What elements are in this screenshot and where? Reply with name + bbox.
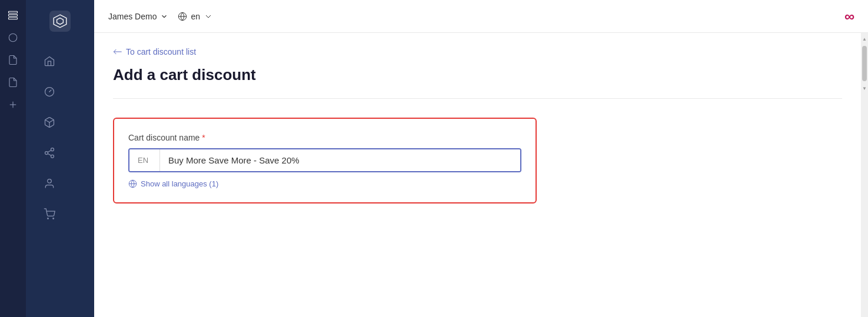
svg-point-8 — [49, 91, 50, 92]
scrollbar-track: ▲ ▼ — [861, 33, 868, 317]
sidebar-logo — [47, 8, 73, 34]
page-title: Add a cart discount — [113, 66, 842, 84]
store-selector[interactable]: James Demo — [108, 12, 168, 21]
svg-line-21 — [114, 52, 116, 54]
show-languages-link[interactable]: Show all languages (1) — [128, 179, 521, 188]
svg-point-17 — [53, 218, 54, 219]
scrollbar-thumb[interactable] — [862, 46, 867, 81]
form-card: Cart discount name * EN Show all languag… — [113, 118, 537, 203]
svg-point-3 — [9, 34, 17, 42]
breadcrumb-text: To cart discount list — [126, 47, 196, 56]
input-row: EN — [128, 148, 521, 172]
sidebar-item-cart[interactable] — [26, 200, 73, 228]
sidebar-item-workflow[interactable] — [26, 139, 73, 167]
strip-layers[interactable] — [4, 6, 22, 25]
strip-item-4[interactable] — [4, 73, 22, 92]
strip-item-2[interactable] — [4, 28, 22, 47]
sidebar-nav — [26, 42, 94, 233]
svg-rect-0 — [9, 11, 18, 13]
language-selector[interactable]: en — [178, 12, 213, 21]
sidebar — [26, 0, 94, 317]
content-scroll[interactable]: To cart discount list Add a cart discoun… — [94, 33, 861, 317]
sidebar-item-home[interactable] — [26, 47, 73, 75]
svg-rect-6 — [49, 11, 71, 32]
svg-line-14 — [48, 150, 51, 152]
required-marker: * — [202, 133, 205, 142]
scrollbar-down[interactable]: ▼ — [861, 84, 868, 93]
svg-point-16 — [48, 218, 49, 219]
svg-point-10 — [51, 148, 54, 151]
sidebar-item-products[interactable] — [26, 108, 73, 136]
language-label: en — [191, 12, 200, 21]
svg-point-15 — [48, 179, 52, 183]
lang-badge: EN — [129, 149, 160, 171]
sidebar-item-gauge[interactable] — [26, 78, 73, 106]
header-logo: ∞ — [844, 8, 854, 25]
field-label: Cart discount name * — [128, 133, 521, 142]
scrollbar-up[interactable]: ▲ — [861, 34, 868, 44]
svg-line-13 — [48, 154, 51, 155]
svg-point-11 — [45, 152, 48, 155]
svg-rect-1 — [9, 15, 18, 16]
icon-strip — [0, 0, 26, 317]
main-wrapper: James Demo en ∞ To cart discount list Ad… — [94, 0, 868, 317]
svg-line-20 — [114, 49, 116, 52]
top-header: James Demo en ∞ — [94, 0, 868, 33]
svg-rect-2 — [9, 18, 18, 19]
breadcrumb[interactable]: To cart discount list — [113, 47, 842, 56]
strip-add[interactable] — [4, 95, 22, 114]
sidebar-item-users[interactable] — [26, 169, 73, 198]
show-languages-text: Show all languages (1) — [141, 179, 218, 188]
content-area: To cart discount list Add a cart discoun… — [94, 33, 868, 317]
divider — [113, 98, 842, 99]
store-name: James Demo — [108, 12, 157, 21]
strip-item-3[interactable] — [4, 51, 22, 69]
discount-name-input[interactable] — [160, 149, 520, 171]
svg-point-12 — [51, 155, 54, 158]
